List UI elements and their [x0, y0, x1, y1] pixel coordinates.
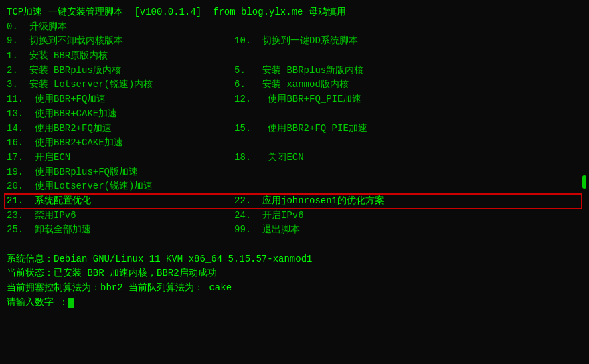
congestion-line: 当前拥塞控制算法为：bbr2 当前队列算法为： cake	[7, 281, 582, 296]
menu-item-10: 10. 切换到一键DD系统脚本	[234, 34, 358, 49]
menu-item-9: 9. 切换到不卸载内核版本	[7, 34, 234, 49]
menu-item-0: 0. 升级脚本	[7, 20, 582, 35]
menu-item-25: 25. 卸载全部加速	[7, 223, 234, 238]
blank-line	[7, 238, 582, 252]
terminal-window: TCP加速 一键安装管理脚本 [v100.0.1.4] from blog.yl…	[0, 0, 589, 364]
congestion-value: bbr2 当前队列算法为：	[100, 282, 203, 293]
status-label: 当前状态：	[7, 268, 54, 278]
menu-item-20: 20. 使用Lotserver(锐速)加速	[7, 179, 582, 194]
sysinfo-label: 系统信息：	[7, 254, 54, 264]
menu-item-18: 18. 关闭ECN	[234, 151, 304, 165]
menu-item-5: 5. 安装 BBRplus新版内核	[234, 64, 363, 78]
queue-value: cake	[209, 282, 232, 293]
menu-item-15: 15. 使用BBR2+FQ_PIE加速	[234, 122, 367, 136]
sysinfo-value: Debian GNU/Linux 11 KVM x86_64 5.15.57-x…	[54, 254, 312, 264]
highlighted-menu-row: 21. 系统配置优化 22. 应用johnrosen1的优化方案	[5, 194, 582, 209]
menu-item-1: 1. 安装 BBR原版内核	[7, 49, 582, 64]
title-line: TCP加速 一键安装管理脚本 [v100.0.1.4] from blog.yl…	[7, 5, 582, 20]
menu-item-21: 21. 系统配置优化	[7, 194, 234, 209]
menu-item-23: 23. 禁用IPv6	[7, 209, 234, 223]
menu-item-17: 17. 开启ECN	[7, 151, 234, 165]
sysinfo-line: 系统信息：Debian GNU/Linux 11 KVM x86_64 5.15…	[7, 252, 582, 267]
status-line: 当前状态：已安装 BBR 加速内核，BBR2启动成功	[7, 266, 582, 281]
menu-item-2: 2. 安装 BBRplus版内核	[7, 64, 234, 78]
menu-item-99: 99. 退出脚本	[234, 223, 300, 238]
cursor	[68, 298, 74, 308]
congestion-label: 当前拥塞控制算法为：	[7, 282, 100, 293]
scrollbar[interactable]	[582, 175, 586, 189]
prompt-line[interactable]: 请输入数字 ：	[7, 296, 582, 310]
prompt-text: 请输入数字 ：	[7, 297, 68, 308]
menu-item-3: 3. 安装 Lotserver(锐速)内核	[7, 78, 234, 92]
menu-item-24: 24. 开启IPv6	[234, 209, 304, 223]
menu-item-11: 11. 使用BBR+FQ加速	[7, 92, 234, 107]
menu-item-19: 19. 使用BBRplus+FQ版加速	[7, 165, 582, 180]
menu-item-13: 13. 使用BBR+CAKE加速	[7, 107, 582, 122]
menu-item-12: 12. 使用BBR+FQ_PIE加速	[234, 92, 361, 107]
menu-item-6: 6. 安装 xanmod版内核	[234, 78, 349, 92]
status-value: 已安装 BBR 加速内核，BBR2启动成功	[54, 268, 217, 278]
menu-item-22: 22. 应用johnrosen1的优化方案	[234, 194, 384, 209]
menu-item-14: 14. 使用BBR2+FQ加速	[7, 122, 234, 136]
menu-item-16: 16. 使用BBR2+CAKE加速	[7, 136, 582, 151]
